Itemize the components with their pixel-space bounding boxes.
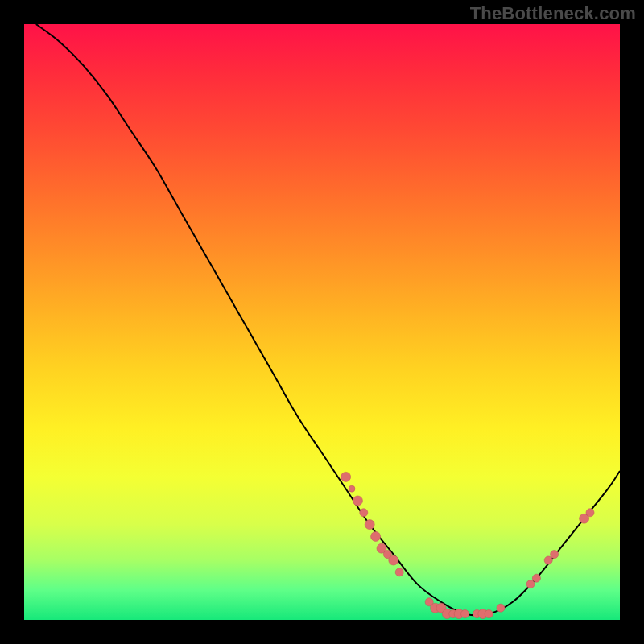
curve-marker xyxy=(586,509,594,517)
curve-marker xyxy=(349,485,355,492)
curve-marker xyxy=(485,610,493,618)
bottleneck-curve xyxy=(36,24,620,616)
curve-marker xyxy=(395,568,403,576)
curve-marker xyxy=(526,580,535,588)
curve-markers xyxy=(341,472,594,618)
curve-marker xyxy=(341,472,351,481)
curve-marker xyxy=(353,496,362,506)
curve-marker xyxy=(371,531,381,541)
curve-marker xyxy=(461,610,469,618)
watermark-text: TheBottleneck.com xyxy=(470,3,636,24)
curve-marker xyxy=(360,509,368,517)
plot-area xyxy=(24,24,620,620)
curve-marker xyxy=(365,520,374,530)
curve-layer xyxy=(24,24,620,620)
curve-marker xyxy=(389,555,398,565)
chart-frame: TheBottleneck.com xyxy=(0,0,644,644)
curve-marker xyxy=(497,604,505,612)
curve-marker xyxy=(551,551,559,559)
curve-marker xyxy=(544,556,552,564)
curve-marker xyxy=(532,574,540,582)
